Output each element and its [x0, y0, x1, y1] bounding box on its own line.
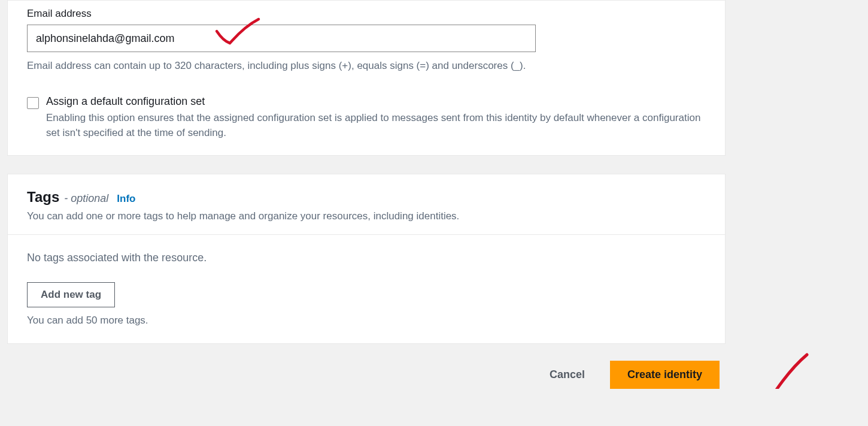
config-set-checkbox[interactable] [27, 97, 39, 109]
email-input[interactable] [27, 25, 536, 52]
tags-info-link[interactable]: Info [117, 193, 135, 205]
tags-optional: - optional [64, 192, 108, 205]
cancel-button[interactable]: Cancel [539, 362, 596, 387]
tags-limit: You can add 50 more tags. [27, 315, 706, 327]
action-row: Cancel Create identity [7, 344, 726, 389]
config-set-title: Assign a default configuration set [46, 95, 706, 108]
checkmark-annotation-icon [736, 350, 814, 389]
email-label: Email address [27, 8, 706, 20]
tags-sub: You can add one or more tags to help man… [27, 210, 706, 222]
email-panel: Email address Email address can contain … [7, 0, 726, 156]
add-tag-button[interactable]: Add new tag [27, 282, 115, 307]
tags-title: Tags [27, 189, 59, 206]
create-identity-button[interactable]: Create identity [610, 361, 720, 389]
tags-panel: Tags - optional Info You can add one or … [7, 174, 726, 344]
email-hint: Email address can contain up to 320 char… [27, 58, 706, 74]
config-set-desc: Enabling this option ensures that the as… [46, 110, 706, 141]
no-tags-text: No tags associated with the resource. [27, 252, 706, 264]
